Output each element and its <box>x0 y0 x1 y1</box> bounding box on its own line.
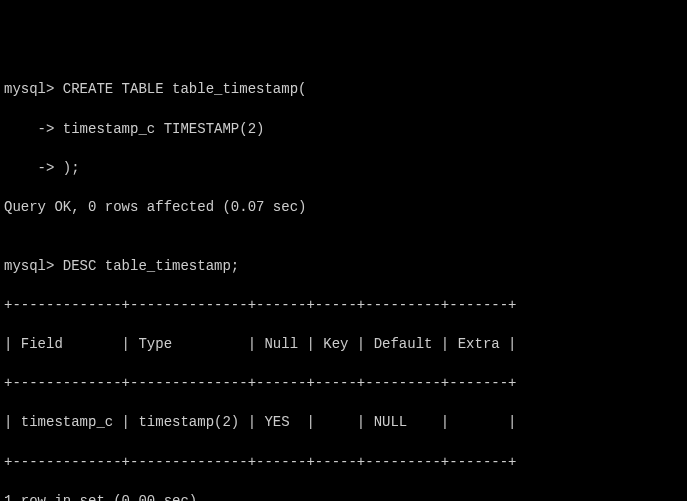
table-header-row: | Field | Type | Null | Key | Default | … <box>4 335 683 355</box>
table-border-top: +-------------+--------------+------+---… <box>4 296 683 316</box>
cmd-create-table-line1: mysql> CREATE TABLE table_timestamp( <box>4 80 683 100</box>
cmd-desc-table: mysql> DESC table_timestamp; <box>4 257 683 277</box>
result-desc-rowcount: 1 row in set (0.00 sec) <box>4 492 683 501</box>
cmd-create-table-line3: -> ); <box>4 159 683 179</box>
table-border-mid: +-------------+--------------+------+---… <box>4 374 683 394</box>
table-border-bottom: +-------------+--------------+------+---… <box>4 453 683 473</box>
cmd-create-table-line2: -> timestamp_c TIMESTAMP(2) <box>4 120 683 140</box>
table-row: | timestamp_c | timestamp(2) | YES | | N… <box>4 413 683 433</box>
result-create-table: Query OK, 0 rows affected (0.07 sec) <box>4 198 683 218</box>
